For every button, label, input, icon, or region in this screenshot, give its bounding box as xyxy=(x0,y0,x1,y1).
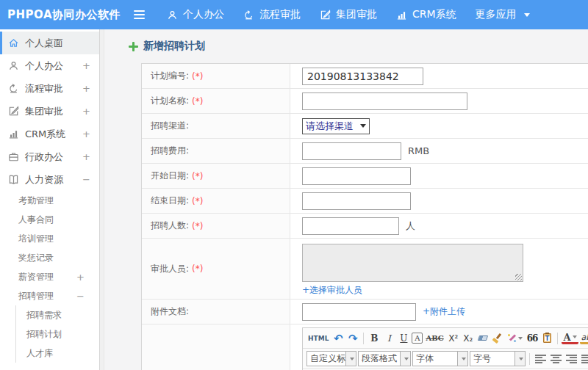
sidebar-subitem-recruit-demand[interactable]: 招聘需求 xyxy=(16,305,99,324)
align-right-button[interactable] xyxy=(564,352,578,366)
chart-icon xyxy=(8,128,19,139)
font-border-button[interactable]: A xyxy=(412,333,423,344)
undo-button[interactable]: ↶ xyxy=(331,331,345,346)
caret-down-icon[interactable] xyxy=(400,352,410,366)
sidebar-scrollbar[interactable] xyxy=(99,29,104,370)
format-brush-button[interactable] xyxy=(491,331,504,346)
field-label: 招聘人数:(*) xyxy=(142,214,290,238)
topmenu-item-personal-office[interactable]: 个人办公 xyxy=(167,8,224,21)
eraser-button[interactable] xyxy=(476,331,490,346)
italic-button[interactable]: I xyxy=(382,331,395,346)
sidebar-item-crm-system[interactable]: CRM系统+ xyxy=(0,123,99,145)
app-logo[interactable]: PHPOA协同办公软件 xyxy=(0,8,134,22)
bold-button[interactable]: B xyxy=(368,331,381,346)
sidebar-item-human-resources[interactable]: 人力资源− xyxy=(0,168,99,191)
align-center-button[interactable] xyxy=(549,352,563,366)
expand-toggle[interactable]: − xyxy=(76,291,85,302)
start-date-input[interactable] xyxy=(302,167,411,185)
superscript-button[interactable]: X² xyxy=(447,331,460,346)
form-row-attachment: 附件文档:+附件上传 xyxy=(142,300,588,324)
sidebar-subitem-recruitment-management[interactable]: 招聘管理− xyxy=(0,286,99,305)
topmenu-item-more-apps[interactable]: 更多应用 xyxy=(476,8,530,21)
caret-down-icon[interactable] xyxy=(345,352,356,366)
form-row-plan-content: HTML↶↷BIUAABCX²X₂66Aab自定义标题段落格式字体字号 xyxy=(142,324,588,370)
topmenu-item-workflow-approval[interactable]: 流程审批 xyxy=(243,8,301,21)
paragraph-format-select[interactable]: 段落格式 xyxy=(358,351,411,366)
sidebar-subitem-attendance-management[interactable]: 考勤管理 xyxy=(0,191,99,210)
add-icon xyxy=(129,42,138,51)
align-left-button[interactable] xyxy=(534,352,548,366)
attachment-link[interactable]: +附件上传 xyxy=(423,305,465,318)
html-source-button[interactable]: HTML xyxy=(306,331,330,346)
field-label-text: 招聘费用: xyxy=(151,145,189,157)
field-value: +选择审批人员 xyxy=(290,239,588,299)
sidebar-subitem-label: 招聘计划 xyxy=(26,328,62,341)
font-color-button[interactable]: A xyxy=(562,332,578,344)
form-row-recruit-cost: 招聘费用:RMB xyxy=(142,139,588,164)
edit-icon xyxy=(8,106,19,117)
topmenu-item-label: 个人办公 xyxy=(183,8,224,21)
sidebar-subitem-salary-management[interactable]: 薪资管理+ xyxy=(0,267,99,286)
end-date-input[interactable] xyxy=(302,192,411,210)
topmenu-item-group-approval[interactable]: 集团审批 xyxy=(320,8,377,21)
autotypeset-button[interactable] xyxy=(506,331,524,346)
topbar: PHPOA协同办公软件 个人办公流程审批集团审批CRM系统更多应用 xyxy=(0,0,588,29)
font-family-select[interactable]: 字体 xyxy=(412,351,468,366)
sidebar-subitem-reward-punishment[interactable]: 奖惩记录 xyxy=(0,248,99,267)
workflow-icon xyxy=(243,10,254,21)
strikethrough-button[interactable]: ABC xyxy=(424,331,445,346)
recruit-count-input[interactable] xyxy=(302,217,399,235)
subscript-button[interactable]: X₂ xyxy=(462,331,475,346)
caret-down-icon[interactable] xyxy=(514,352,525,366)
sidebar-item-personal-office[interactable]: 个人办公+ xyxy=(0,54,99,77)
approvers-textarea[interactable] xyxy=(302,244,523,282)
expand-toggle[interactable]: + xyxy=(82,83,90,94)
expand-toggle[interactable]: + xyxy=(82,128,90,139)
caret-down-icon[interactable] xyxy=(457,352,467,366)
button-label: ab xyxy=(581,333,588,342)
attachment-input[interactable] xyxy=(302,303,416,321)
workflow-icon xyxy=(8,83,19,94)
editor-toolbar-row2: 自定义标题段落格式字体字号 xyxy=(303,349,588,369)
plan-name-input[interactable] xyxy=(302,92,467,110)
sidebar-item-admin-office[interactable]: 行政办公+ xyxy=(0,145,99,168)
sidebar-subtree: 招聘需求招聘计划人才库 xyxy=(15,305,99,363)
expand-toggle[interactable]: + xyxy=(82,106,90,117)
topmenu-item-crm-system[interactable]: CRM系统 xyxy=(396,8,456,21)
menu-toggle-icon[interactable] xyxy=(134,8,145,21)
sidebar-item-workflow-approval[interactable]: 流程审批+ xyxy=(0,77,99,100)
paste-text-button[interactable] xyxy=(540,331,553,346)
sidebar-item-group-approval[interactable]: 集团审批+ xyxy=(0,100,99,123)
redo-button[interactable]: ↷ xyxy=(346,331,359,346)
sidebar-subitem-recruit-plan[interactable]: 招聘计划 xyxy=(16,324,99,344)
underline-button[interactable]: U xyxy=(397,331,410,346)
sidebar-subitem-talent-pool[interactable]: 人才库 xyxy=(16,344,99,363)
person-icon xyxy=(8,60,19,71)
sidebar-item-personal-desktop[interactable]: 个人桌面 xyxy=(0,32,99,54)
select-value: 自定义标题 xyxy=(307,352,345,366)
blockquote-button[interactable]: 66 xyxy=(526,331,539,346)
expand-toggle[interactable]: + xyxy=(82,60,90,71)
highlight-color-button[interactable]: ab xyxy=(580,332,588,344)
sidebar-subitem-hr-contract[interactable]: 人事合同 xyxy=(0,210,99,229)
plan-number-input[interactable] xyxy=(302,68,423,85)
toolbar-separator xyxy=(557,333,558,344)
expand-toggle[interactable]: − xyxy=(82,174,90,185)
align-justify-icon xyxy=(581,355,588,363)
recruit-channel-select[interactable]: 请选择渠道 xyxy=(302,118,370,134)
sidebar-subitem-label: 培训管理 xyxy=(18,233,54,245)
caret-down-icon xyxy=(360,124,366,128)
resize-handle[interactable] xyxy=(515,274,522,280)
font-size-select[interactable]: 字号 xyxy=(470,351,526,366)
approvers-link[interactable]: +选择审批人员 xyxy=(302,284,362,297)
sidebar-subitem-label: 薪资管理 xyxy=(18,271,54,283)
recruit-cost-input[interactable] xyxy=(302,142,401,160)
expand-toggle[interactable]: + xyxy=(82,151,90,162)
expand-toggle[interactable]: + xyxy=(76,272,85,283)
field-label-text: 开始日期: xyxy=(151,170,189,182)
edit-icon xyxy=(320,10,331,21)
sidebar-subitem-training-management[interactable]: 培训管理 xyxy=(0,229,99,248)
align-justify-button[interactable] xyxy=(580,352,588,366)
field-label: 附件文档: xyxy=(142,300,290,324)
custom-title-select[interactable]: 自定义标题 xyxy=(306,351,356,366)
